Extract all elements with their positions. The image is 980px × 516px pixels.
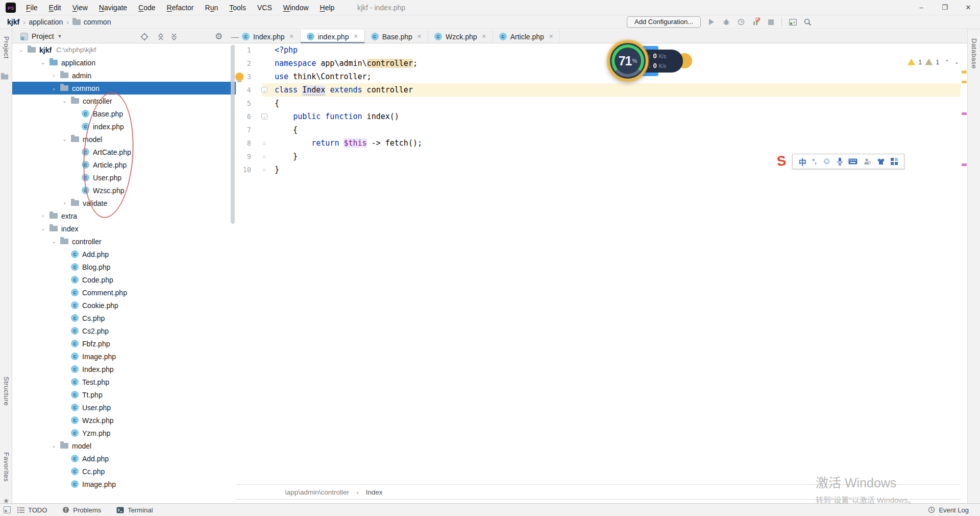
add-configuration-button[interactable]: Add Configuration... [627,16,701,28]
sogou-logo-icon[interactable]: S [776,153,787,170]
chevron-down-icon[interactable]: ⌄ [51,443,57,449]
tree-item-Fbfz.php[interactable]: cFbfz.php [12,337,236,350]
next-warning-icon[interactable]: ⌄ [954,59,959,65]
breadcrumb-path[interactable]: \app\admin\controller [285,488,349,496]
skin-icon[interactable] [877,158,885,165]
tree-item-Image.php[interactable]: cImage.php [12,478,236,490]
sidebar-tab-structure[interactable]: Structure [0,377,12,406]
chevron-down-icon[interactable]: ⌄ [40,60,46,65]
expand-all-icon[interactable] [156,32,165,41]
stop-icon[interactable] [767,18,775,26]
tree-item-Yzm.php[interactable]: cYzm.php [12,427,236,439]
editor-tab-index.php[interactable]: cindex.php✕ [301,30,365,43]
toolwindow-switcher-icon[interactable] [4,506,11,513]
tree-item-Cs.php[interactable]: cCs.php [12,312,236,324]
todo-button[interactable]: TODO [17,506,47,514]
chevron-right-icon[interactable]: › [51,73,57,78]
event-log-button[interactable]: Event Log [928,504,969,516]
menu-edit[interactable]: Edit [43,0,67,15]
terminal-button[interactable]: Terminal [116,506,153,514]
tree-item-User.php[interactable]: cUser.php [12,401,236,414]
tree-item-Cs2.php[interactable]: cCs2.php [12,324,236,337]
account-icon[interactable]: n [864,158,871,165]
project-panel-title[interactable]: Project ▼ [20,30,62,43]
close-icon[interactable]: ✕ [482,33,486,40]
breadcrumb-item[interactable]: kjkf [7,18,19,26]
fold-marker-icon[interactable]: ⌄ [261,113,267,120]
tree-item-Comment.php[interactable]: cComment.php [12,286,236,299]
close-icon[interactable]: ✕ [549,33,553,40]
chevron-down-icon[interactable]: ⌄ [62,98,67,104]
intention-lightbulb-icon[interactable] [235,73,243,81]
tree-item-extra[interactable]: ›extra [12,209,236,222]
stripe-mark[interactable] [962,112,967,115]
menu-refactor[interactable]: Refactor [161,0,200,15]
apps-grid-icon[interactable] [891,158,898,165]
tree-item-common[interactable]: ⌄common [12,82,236,95]
tree-item-admin[interactable]: ›admin [12,69,236,82]
editor-tab-Base.php[interactable]: cBase.php✕ [365,30,428,43]
menu-navigate[interactable]: Navigate [93,0,133,15]
menu-vcs[interactable]: VCS [252,0,278,15]
tree-item-Index.php[interactable]: cIndex.php [12,363,236,376]
menu-file[interactable]: File [20,0,43,15]
tree-item-model[interactable]: ⌄model [12,439,236,452]
maximize-button[interactable]: ❐ [933,0,957,15]
emoji-icon[interactable]: ☺ [822,156,831,167]
fold-end-marker-icon[interactable]: ⌂ [261,140,267,146]
tree-item-Add.php[interactable]: cAdd.php [12,452,236,465]
breadcrumb-item[interactable]: application [29,18,63,26]
tree-item-controller[interactable]: ⌄controller [12,235,236,248]
menu-window[interactable]: Window [278,0,314,15]
inspections-widget[interactable]: 11⌃⌄ [908,56,959,67]
tree-item-Add.php[interactable]: cAdd.php [12,248,236,261]
tree-item-kjkf[interactable]: ⌄kjkfC:\xhphp\kjkf [12,43,236,56]
stripe-mark[interactable] [962,163,967,166]
menu-help[interactable]: Help [314,0,340,15]
menu-view[interactable]: View [67,0,93,15]
microphone-icon[interactable] [837,157,843,166]
settings-gear-icon[interactable]: ⚙ [214,32,223,41]
coverage-icon[interactable] [737,18,745,26]
close-icon[interactable]: ✕ [353,33,358,40]
chevron-right-icon[interactable]: › [40,213,46,219]
chevron-down-icon[interactable]: ⌄ [62,136,67,142]
tree-scrollbar[interactable] [231,45,235,224]
stripe-mark[interactable] [962,71,967,74]
tree-item-Blog.php[interactable]: cBlog.php [12,261,236,273]
editor-tab-Wzck.php[interactable]: cWzck.php✕ [428,30,493,43]
close-icon[interactable]: ✕ [289,33,294,40]
close-icon[interactable]: ✕ [417,33,422,40]
chevron-right-icon[interactable]: › [62,200,67,206]
fold-marker-icon[interactable]: ⌄ [261,87,267,93]
menu-run[interactable]: Run [200,0,224,15]
tool-windows-icon[interactable] [789,18,797,26]
stripe-mark[interactable] [962,81,967,83]
minimize-button[interactable]: – [910,0,933,15]
chevron-down-icon[interactable]: ⌄ [51,85,57,91]
tree-item-index[interactable]: ⌄index [12,222,236,235]
menu-tools[interactable]: Tools [224,0,252,15]
fold-end-marker-icon[interactable]: ⌂ [261,153,267,159]
run-icon[interactable] [707,18,716,26]
fold-end-marker-icon[interactable]: ⌂ [261,167,267,173]
close-button[interactable]: ✕ [957,0,980,15]
tree-item-Test.php[interactable]: cTest.php [12,376,236,388]
chevron-down-icon[interactable]: ⌄ [18,47,24,53]
breadcrumb-leaf[interactable]: Index [366,488,383,496]
sidebar-tab-favorites[interactable]: Favorites [0,452,12,482]
collapse-all-icon[interactable] [169,32,178,41]
tree-item-application[interactable]: ⌄application [12,56,236,69]
prev-warning-icon[interactable]: ⌃ [944,59,949,65]
tree-item-Image.php[interactable]: cImage.php [12,350,236,363]
menu-code[interactable]: Code [133,0,161,15]
chevron-down-icon[interactable]: ⌄ [40,226,46,231]
locate-icon[interactable] [140,32,149,41]
punctuation-icon[interactable]: °, [812,158,816,165]
percentage-ball[interactable]: 71% [607,40,648,81]
tree-item-Wzck.php[interactable]: cWzck.php [12,414,236,427]
tree-item-Cookie.php[interactable]: cCookie.php [12,299,236,312]
sidebar-tab-project[interactable]: Project [0,36,12,59]
editor-tab-Article.php[interactable]: cArticle.php✕ [493,30,560,43]
tree-item-Tt.php[interactable]: cTt.php [12,388,236,401]
